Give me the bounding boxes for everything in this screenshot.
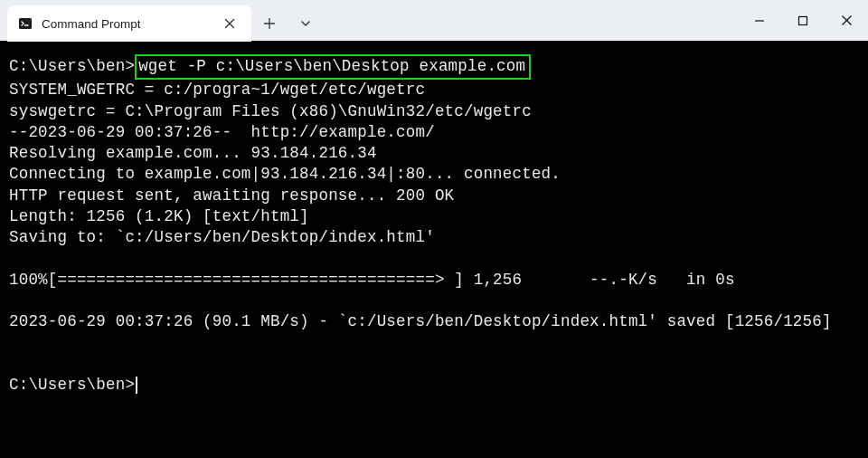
close-icon — [224, 18, 235, 29]
minimize-icon — [754, 15, 765, 26]
terminal-cursor — [136, 377, 137, 394]
window-controls — [738, 0, 868, 41]
titlebar-drag-region[interactable] — [324, 0, 738, 41]
output-line: Saving to: `c:/Users/ben/Desktop/index.h… — [9, 228, 435, 246]
terminal-output[interactable]: C:\Users\ben>wget -P c:\Users\ben\Deskto… — [0, 42, 868, 405]
maximize-icon — [797, 15, 808, 26]
prompt-path: C:\Users\ben> — [9, 376, 135, 394]
close-icon — [841, 14, 853, 26]
svg-rect-7 — [799, 16, 807, 24]
svg-rect-0 — [19, 18, 32, 29]
prompt-path: C:\Users\ben> — [9, 57, 135, 75]
window-close-button[interactable] — [825, 0, 868, 41]
new-tab-button[interactable] — [251, 5, 288, 41]
minimize-button[interactable] — [738, 0, 781, 41]
tab-dropdown-button[interactable] — [288, 5, 324, 41]
output-line: HTTP request sent, awaiting response... … — [9, 186, 454, 205]
chevron-down-icon — [299, 17, 312, 30]
titlebar: Command Prompt — [0, 0, 868, 42]
output-line: SYSTEM_WGETRC = c:/progra~1/wget/etc/wge… — [9, 81, 425, 99]
tab-title: Command Prompt — [42, 17, 208, 31]
output-line: 2023-06-29 00:37:26 (90.1 MB/s) - `c:/Us… — [9, 312, 832, 330]
output-line: syswgetrc = C:\Program Files (x86)\GnuWi… — [9, 102, 532, 120]
output-line: Length: 1256 (1.2K) [text/html] — [9, 207, 309, 225]
plus-icon — [263, 17, 276, 30]
output-progress-line: 100%[===================================… — [9, 271, 735, 289]
output-line: Resolving example.com... 93.184.216.34 — [9, 144, 377, 162]
tab-command-prompt[interactable]: Command Prompt — [7, 5, 251, 42]
tab-close-button[interactable] — [217, 11, 242, 36]
highlighted-command: wget -P c:\Users\ben\Desktop example.com — [135, 54, 531, 80]
output-line: Connecting to example.com|93.184.216.34|… — [9, 165, 561, 183]
terminal-icon — [18, 16, 33, 31]
output-line: --2023-06-29 00:37:26-- http://example.c… — [9, 123, 435, 141]
maximize-button[interactable] — [781, 0, 825, 41]
